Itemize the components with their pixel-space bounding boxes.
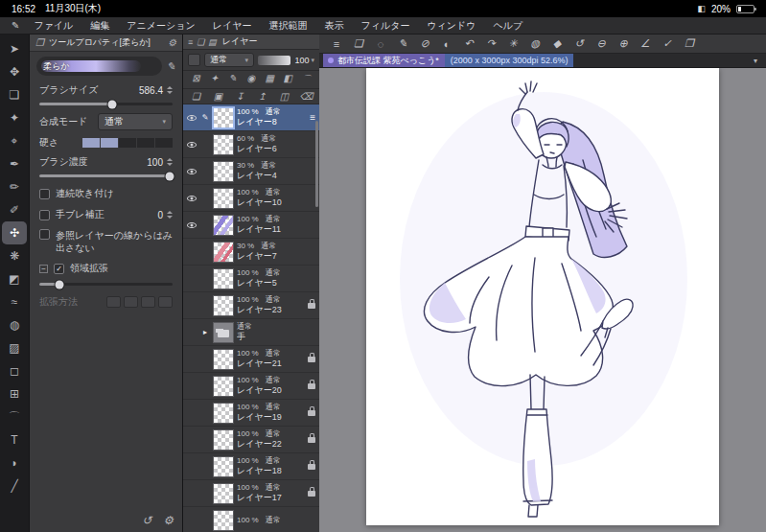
deselect-icon[interactable]: ⊘ xyxy=(415,37,434,50)
merge-down-icon[interactable]: ↥ xyxy=(255,91,269,102)
reset-icon[interactable]: ↺ xyxy=(142,514,151,527)
layer-thumbnail[interactable] xyxy=(213,483,234,504)
lock-layer-icon[interactable]: ◉ xyxy=(244,73,258,86)
layer-thumbnail[interactable] xyxy=(213,429,234,451)
layer-opacity-slider[interactable] xyxy=(258,56,290,65)
figure-tool-icon[interactable]: ◻ xyxy=(2,359,27,382)
clear-icon[interactable]: ✳ xyxy=(503,37,522,50)
layer-row[interactable]: 100 %通常レイヤー18 xyxy=(183,453,319,480)
fill-icon[interactable]: ◍ xyxy=(525,37,545,50)
zoom-in-icon[interactable]: ⊕ xyxy=(614,37,633,50)
stabilization-checkbox[interactable] xyxy=(39,210,50,220)
material-icon[interactable]: ◆ xyxy=(547,37,567,50)
menu-item[interactable]: ファイル xyxy=(25,19,81,33)
draft-icon[interactable]: ✎ xyxy=(225,73,240,86)
layer-opacity-value[interactable]: 100 xyxy=(294,56,309,65)
layer-thumbnail[interactable] xyxy=(213,134,234,155)
layer-palette-icon[interactable] xyxy=(188,54,200,66)
scaling-method-option-icon[interactable] xyxy=(124,296,138,308)
continuous-spray-checkbox[interactable] xyxy=(39,189,50,199)
transfer-down-icon[interactable]: ↧ xyxy=(233,91,247,102)
layer-row[interactable]: 100 %通常レイヤー23 xyxy=(183,292,319,319)
eraser-tool-icon[interactable]: ◩ xyxy=(2,267,27,290)
page-icon[interactable]: ❐ xyxy=(680,37,699,50)
new-folder-icon[interactable]: ▣ xyxy=(211,91,225,102)
hardness-control[interactable] xyxy=(82,138,173,148)
balloon-tool-icon[interactable]: ◗ xyxy=(2,451,27,474)
lock-alpha-icon[interactable]: ▦ xyxy=(263,73,277,86)
layer-blend-select[interactable]: 通常 ▾ xyxy=(204,53,254,67)
snap-icon[interactable]: ∠ xyxy=(636,37,655,50)
density-slider[interactable] xyxy=(39,174,173,177)
rotate-view-icon[interactable]: ↺ xyxy=(569,37,589,50)
layer-thumbnail[interactable] xyxy=(213,295,234,316)
layer-search-icon[interactable]: ▤ xyxy=(208,37,217,47)
decoration-tool-icon[interactable]: ❋ xyxy=(2,244,27,267)
layer-thumbnail[interactable] xyxy=(213,215,234,236)
marquee-icon[interactable]: ❏ xyxy=(349,37,368,50)
layer-row[interactable]: 100 %通常レイヤー20 xyxy=(183,373,319,400)
selection-tool-icon[interactable]: ❏ xyxy=(2,83,27,106)
undo-icon[interactable]: ↶ xyxy=(459,37,478,50)
brush-tool-icon[interactable]: ✐ xyxy=(2,198,27,221)
layer-row[interactable]: ▸通常手 xyxy=(183,319,319,346)
frame-tool-icon[interactable]: ⊞ xyxy=(2,382,27,405)
text-tool-icon[interactable]: T xyxy=(2,428,27,451)
menu-item[interactable]: レイヤー xyxy=(204,19,261,33)
stabilization-stepper[interactable] xyxy=(167,211,173,219)
menu-item[interactable]: ヘルプ xyxy=(485,19,532,33)
layer-row[interactable]: 100 %通常レイヤー5 xyxy=(183,266,319,292)
density-stepper[interactable] xyxy=(167,158,173,166)
invert-select-icon[interactable]: ◐ xyxy=(437,38,456,50)
airbrush-tool-icon[interactable]: ✣ xyxy=(2,221,27,244)
move-tool-icon[interactable]: ✥ xyxy=(2,60,27,83)
area-scaling-slider[interactable] xyxy=(39,283,173,286)
auto-select-tool-icon[interactable]: ✦ xyxy=(2,106,27,129)
layer-visibility-toggle[interactable] xyxy=(185,169,197,174)
brush-size-value[interactable]: 586.4 xyxy=(139,85,163,96)
app-icon[interactable]: ✎ xyxy=(6,20,25,31)
correction-tool-icon[interactable]: ╱ xyxy=(2,474,27,497)
scaling-method-option-icon[interactable] xyxy=(106,296,121,308)
fill-tool-icon[interactable]: ◍ xyxy=(2,313,27,336)
mask-icon[interactable]: ◧ xyxy=(281,73,295,86)
eyedropper-tool-icon[interactable]: ⌖ xyxy=(2,129,27,152)
layer-visibility-toggle[interactable] xyxy=(185,196,197,201)
canvas-viewport[interactable] xyxy=(319,68,766,532)
layer-thumbnail[interactable] xyxy=(213,161,234,182)
layer-row[interactable]: 100 %通常レイヤー22 xyxy=(183,427,319,453)
menu-item[interactable]: 選択範囲 xyxy=(260,19,315,33)
scaling-method-option-icon[interactable] xyxy=(158,296,173,308)
layer-list-scrollbar[interactable] xyxy=(315,121,318,207)
layer-thumbnail[interactable] xyxy=(213,242,234,263)
toolbar-menu-icon[interactable]: ≡ xyxy=(327,38,346,50)
layer-visibility-toggle[interactable] xyxy=(185,115,197,121)
wrench-icon[interactable]: ⚙ xyxy=(168,37,176,48)
menu-item[interactable]: 表示 xyxy=(315,19,352,33)
layer-thumbnail[interactable] xyxy=(213,188,234,209)
document-tab[interactable]: 都市伝説課 紫苑べっこう* (2000 x 3000px 300dpi 52.6… xyxy=(323,54,573,67)
layer-row[interactable]: 100 %通常レイヤー21 xyxy=(183,346,319,373)
ruler-icon[interactable]: ⌒ xyxy=(299,73,313,86)
redo-icon[interactable]: ↷ xyxy=(481,37,500,50)
layer-row[interactable]: 100 %通常レイヤー17 xyxy=(183,480,319,507)
clip-icon[interactable]: ⊠ xyxy=(189,73,203,86)
pencil-tool-icon[interactable]: ✏ xyxy=(2,175,27,198)
layer-combine-icon[interactable]: ◫ xyxy=(277,91,291,102)
new-layer-icon[interactable]: ❏ xyxy=(189,91,203,102)
pen-tool-icon[interactable]: ✒ xyxy=(2,152,27,175)
layer-thumbnail[interactable] xyxy=(213,349,234,370)
panel-icon[interactable]: ❐ xyxy=(35,37,44,48)
gradient-tool-icon[interactable]: ▨ xyxy=(2,336,27,359)
zoom-out-icon[interactable]: ⊖ xyxy=(592,37,611,50)
brush-size-slider[interactable] xyxy=(39,103,173,105)
layer-row[interactable]: 100 %通常レイヤー11 xyxy=(183,212,319,239)
expander-icon[interactable]: − xyxy=(39,265,48,273)
layer-row[interactable]: 100 %通常レイヤー19 xyxy=(183,400,319,427)
scaling-method-option-icon[interactable] xyxy=(141,296,155,308)
no-overflow-checkbox[interactable] xyxy=(39,229,50,240)
menu-item[interactable]: 編集 xyxy=(81,19,118,33)
edit-brush-icon[interactable]: ✎ xyxy=(167,60,175,73)
layer-visibility-toggle[interactable] xyxy=(185,222,197,228)
brush-size-stepper[interactable] xyxy=(167,86,173,94)
